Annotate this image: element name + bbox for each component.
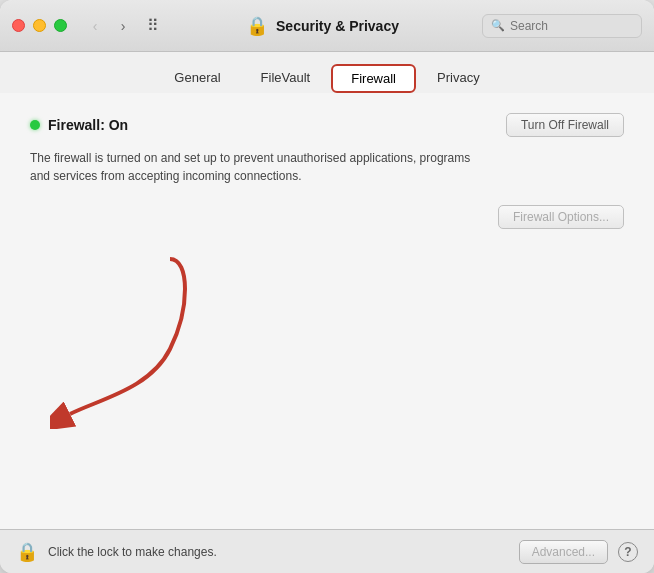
grid-icon[interactable]: ⠿ xyxy=(143,16,163,36)
arrow-area xyxy=(30,239,624,439)
forward-button[interactable]: › xyxy=(111,16,135,36)
help-button[interactable]: ? xyxy=(618,542,638,562)
tab-privacy[interactable]: Privacy xyxy=(418,64,499,93)
advanced-button[interactable]: Advanced... xyxy=(519,540,608,564)
back-button[interactable]: ‹ xyxy=(83,16,107,36)
traffic-lights xyxy=(12,19,67,32)
firewall-status-row: Firewall: On Turn Off Firewall xyxy=(30,113,624,137)
tabs-bar: General FileVault Firewall Privacy xyxy=(0,52,654,93)
content-area: Firewall: On Turn Off Firewall The firew… xyxy=(0,93,654,529)
options-container: Firewall Options... xyxy=(30,205,624,229)
firewall-description: The firewall is turned on and set up to … xyxy=(30,149,490,185)
title-bar: ‹ › ⠿ 🔒 Security & Privacy 🔍 xyxy=(0,0,654,52)
status-indicator xyxy=(30,120,40,130)
firewall-status-label: Firewall: On xyxy=(48,117,128,133)
lock-icon[interactable]: 🔒 xyxy=(16,541,38,563)
tab-filevault[interactable]: FileVault xyxy=(242,64,330,93)
nav-buttons: ‹ › xyxy=(83,16,135,36)
search-input[interactable] xyxy=(510,19,633,33)
turn-off-firewall-button[interactable]: Turn Off Firewall xyxy=(506,113,624,137)
tab-general[interactable]: General xyxy=(155,64,239,93)
bottom-bar: 🔒 Click the lock to make changes. Advanc… xyxy=(0,529,654,573)
app-icon: 🔒 xyxy=(246,15,268,37)
lock-label: Click the lock to make changes. xyxy=(48,545,509,559)
minimize-button[interactable] xyxy=(33,19,46,32)
close-button[interactable] xyxy=(12,19,25,32)
search-bar[interactable]: 🔍 xyxy=(482,14,642,38)
annotation-arrow xyxy=(50,249,200,429)
firewall-options-button[interactable]: Firewall Options... xyxy=(498,205,624,229)
maximize-button[interactable] xyxy=(54,19,67,32)
search-icon: 🔍 xyxy=(491,19,505,32)
title-bar-center: 🔒 Security & Privacy xyxy=(163,15,482,37)
window-title: Security & Privacy xyxy=(276,18,399,34)
tab-firewall[interactable]: Firewall xyxy=(331,64,416,93)
window: ‹ › ⠿ 🔒 Security & Privacy 🔍 General Fil… xyxy=(0,0,654,573)
